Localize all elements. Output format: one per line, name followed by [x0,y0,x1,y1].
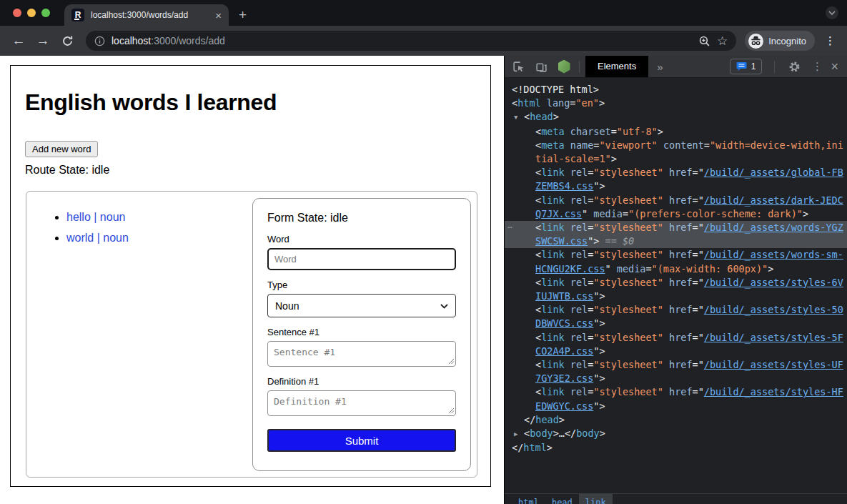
dom-breadcrumbs: htmlheadlink [505,493,847,504]
close-window-button[interactable] [13,9,21,17]
devtools-toolbar: Elements » 1 ⋮ × [505,56,847,78]
message-count: 1 [751,61,756,71]
code-line[interactable]: <link rel="stylesheet" href="/build/_ass… [505,385,847,399]
code-line[interactable]: </html> [505,441,847,455]
code-line[interactable]: tial-scale=1"> [505,152,847,166]
browser-tab[interactable]: R localhost:3000/words/add × [64,4,229,26]
breadcrumb-item[interactable]: html [512,494,545,504]
message-bubble-icon [736,61,747,71]
device-toolbar-icon[interactable] [532,57,550,76]
word-link[interactable]: world | noun [66,232,129,244]
devtools-menu-icon[interactable]: ⋮ [808,57,826,76]
code-line[interactable]: IUJWTB.css"> [505,290,847,303]
gutter-dots-icon[interactable]: … [507,221,513,232]
type-label: Type [267,280,456,290]
minimize-window-button[interactable] [27,9,36,17]
code-line[interactable]: ▶<body>…</body> [505,427,847,441]
url-path: :3000/words/add [151,35,225,46]
remix-favicon-icon: R [71,9,84,21]
code-line[interactable]: <link rel="stylesheet" href="/build/_ass… [505,303,847,317]
word-input[interactable] [267,248,456,270]
console-messages-badge[interactable]: 1 [730,59,763,74]
definition-label: Definition #1 [267,376,456,387]
code-line[interactable]: ▼<head> [505,110,847,124]
more-tabs-icon[interactable]: » [657,61,663,73]
code-line[interactable]: EDWGYC.css"> [505,400,847,413]
tab-elements[interactable]: Elements [585,56,648,77]
breadcrumb-item[interactable]: head [545,494,579,504]
inspect-element-icon[interactable] [509,57,527,76]
node-extension-icon[interactable] [555,57,573,76]
code-line[interactable]: <html lang="en"> [505,97,847,110]
back-icon[interactable]: ← [9,31,29,51]
forward-icon[interactable]: → [33,31,53,51]
code-line[interactable]: <link rel="stylesheet" href="/build/_ass… [505,194,847,207]
form-state-text: Form State: idle [267,212,456,224]
toolbar-divider [774,61,775,73]
maximize-window-button[interactable] [41,9,50,17]
elements-tree: <!DOCTYPE html><html lang="en">▼<head><m… [505,78,847,504]
code-line[interactable]: <link rel="stylesheet" href="/build/_ass… [505,358,847,372]
url-host: localhost [112,35,151,46]
devtools-panel: Elements » 1 ⋮ × <!DOCTYPE html><html la… [504,56,847,504]
code-line[interactable]: Q7JX.css" media="(prefers-color-scheme: … [505,207,847,221]
page-viewport: English words I learned Add new word Rou… [0,56,504,504]
tree-toggle-icon[interactable]: ▶ [514,428,524,441]
zoom-in-icon[interactable] [698,35,710,47]
word-link[interactable]: hello | noun [66,211,125,223]
add-new-word-button[interactable]: Add new word [25,141,98,157]
code-line[interactable]: </head> [505,413,847,427]
page-title: English words I learned [25,89,476,116]
devtools-close-icon[interactable]: × [831,59,838,74]
code-line[interactable]: SWCSW.css"> == $0 [505,234,847,248]
tab-close-icon[interactable]: × [215,9,222,21]
breadcrumb-item[interactable]: link [579,494,613,504]
tab-title: localhost:3000/words/add [91,10,209,20]
code-line[interactable]: …<link rel="stylesheet" href="/build/_as… [505,221,847,234]
code-line[interactable]: HCNGU2KF.css" media="(max-width: 600px)"… [505,262,847,276]
route-state-text: Route State: idle [25,164,476,177]
browser-menu-icon[interactable]: ⋮ [822,34,838,47]
add-word-form: Form State: idle Word Type Noun Sentence… [252,198,471,471]
browser-window: R localhost:3000/words/add × + ← → local… [0,0,847,504]
tree-toggle-icon[interactable]: ▼ [514,111,524,124]
address-bar[interactable]: localhost:3000/words/add ☆ [86,31,736,51]
favicon-dash [74,19,79,20]
code-line[interactable]: ZEMBS4.css"> [505,179,847,193]
code-line[interactable]: <meta charset="utf-8"> [505,125,847,139]
chevron-down-icon [440,304,448,309]
reload-icon[interactable] [57,31,77,51]
navigation-toolbar: ← → localhost:3000/words/add ☆ Incognito… [0,26,847,56]
app-container: English words I learned Add new word Rou… [10,65,491,487]
sentence-label: Sentence #1 [267,327,456,337]
info-icon[interactable] [94,36,105,46]
code-line[interactable]: <link rel="stylesheet" href="/build/_ass… [505,166,847,179]
settings-gear-icon[interactable] [785,57,803,76]
code-line[interactable]: <link rel="stylesheet" href="/build/_ass… [505,331,847,345]
incognito-icon [748,34,763,49]
code-line[interactable]: <link rel="stylesheet" href="/build/_ass… [505,276,847,290]
tab-search-icon[interactable] [826,6,838,19]
incognito-badge: Incognito [745,31,815,51]
code-line[interactable]: CO2A4P.css"> [505,345,847,358]
type-select[interactable]: Noun [267,294,456,317]
submit-button[interactable]: Submit [267,429,456,452]
sentence-textarea[interactable] [267,341,456,367]
code-line[interactable]: DBWVCS.css"> [505,317,847,330]
code-line[interactable]: <link rel="stylesheet" href="/build/_ass… [505,248,847,262]
bookmark-star-icon[interactable]: ☆ [717,34,728,49]
type-select-value: Noun [275,300,299,312]
definition-textarea[interactable] [267,390,456,416]
code-line[interactable]: <meta name="viewport" content="width=dev… [505,139,847,152]
traffic-lights [13,9,50,17]
incognito-label: Incognito [768,36,806,46]
words-panel: hello | nounworld | noun Form State: idl… [26,191,477,478]
code-line[interactable]: 7GY3E2.css"> [505,372,847,385]
code-line[interactable]: <!DOCTYPE html> [505,83,847,97]
toolbar-divider [579,61,580,73]
new-tab-button[interactable]: + [239,7,247,23]
word-label: Word [267,234,456,244]
titlebar: R localhost:3000/words/add × + [0,0,847,26]
url-text[interactable]: localhost:3000/words/add [112,35,225,46]
